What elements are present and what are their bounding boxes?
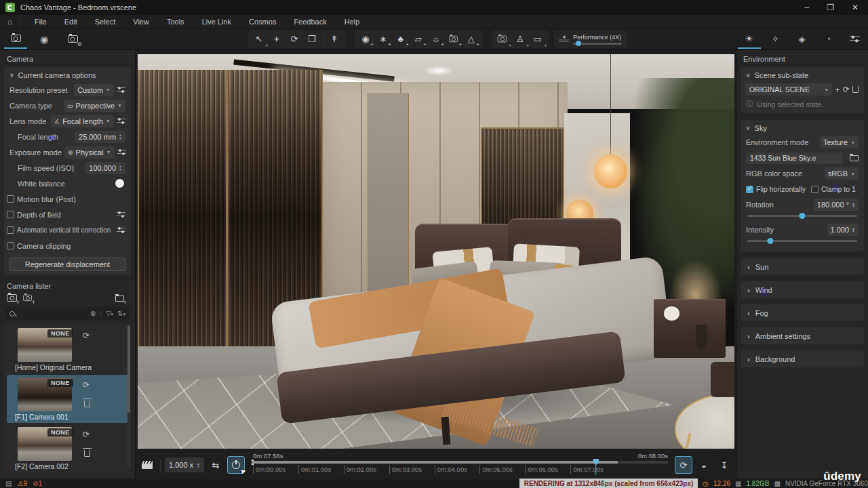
snapshot-button[interactable]: ▾ [494,32,511,47]
add-light-button[interactable]: ☼+ [428,32,444,47]
add-camera-button[interactable]: + [446,32,462,47]
menu-feedback[interactable]: Feedback [285,15,335,28]
material-preview-button[interactable]: ◒ [695,456,713,474]
camera-list-item-001[interactable]: NONE ⟳ [F1] Camera 001 [7,375,128,423]
scale-tool-button[interactable]: ❒ [304,32,320,47]
refresh-substate-icon[interactable]: ⟳ [843,85,850,94]
rgb-color-space-dropdown[interactable]: sRGB▼ [825,167,859,180]
auto-tilt-checkbox[interactable] [7,226,14,234]
camera-type-dropdown[interactable]: ▭Perspective▼ [64,100,125,112]
rotation-slider-knob[interactable] [800,213,806,219]
intensity-slider[interactable] [747,240,857,242]
scene-substate-header[interactable]: ∨ Scene sub-state [746,71,859,79]
tilt-settings-icon[interactable] [117,226,125,234]
environment-mode-dropdown[interactable]: Texture▼ [820,136,859,148]
exposure-mode-dropdown[interactable]: ⊛Physical▼ [64,146,114,159]
depth-of-field-checkbox[interactable] [7,211,14,218]
menu-edit[interactable]: Edit [56,15,86,28]
ambient-settings-section[interactable]: › Ambient settings [741,327,864,344]
stepper-arrows[interactable]: ▲▼ [852,202,855,208]
menu-view[interactable]: View [124,15,158,28]
sky-texture-chip[interactable]: 1433 Sun Blue Sky.e [746,152,843,164]
menu-file[interactable]: File [26,15,56,28]
menu-select[interactable]: Select [86,15,125,28]
exposure-settings-icon[interactable] [117,148,126,156]
sky-header[interactable]: ∨ Sky [746,124,859,132]
hotkey-badge[interactable]: NONE [47,329,73,338]
rotation-slider[interactable] [747,215,857,217]
refresh-thumbnail-icon[interactable]: ⟳ [83,331,90,340]
add-material-button[interactable]: ◉+ [357,32,374,47]
menu-live-link[interactable]: Live Link [193,15,240,28]
menu-help[interactable]: Help [336,15,369,28]
browse-texture-icon[interactable] [850,155,859,161]
background-section[interactable]: › Background [741,350,864,367]
render-viewport[interactable] [138,54,734,449]
intensity-input[interactable]: 1.000▲▼ [827,224,859,236]
clear-search-icon[interactable]: ⊗ [90,310,96,317]
delete-camera-icon[interactable] [84,401,90,407]
current-camera-options-header[interactable]: ∨ Current camera options [9,71,125,79]
filter-icon[interactable]: ▽▾ [106,310,113,317]
scrollbar-thumb[interactable] [127,325,130,413]
refresh-thumbnail-icon[interactable]: ⟳ [83,380,90,390]
errors-indicator[interactable]: ⊘1 [33,480,42,487]
hotkey-badge[interactable]: NONE [47,428,73,436]
tab-materials[interactable]: ◔ [817,30,840,49]
add-vegetation-button[interactable]: ♣+ [393,32,409,47]
motion-blur-checkbox[interactable] [7,195,14,203]
add-camera-button[interactable]: + [7,294,17,303]
add-folder-button[interactable]: + [115,295,124,303]
resolution-settings-icon[interactable] [117,86,125,94]
add-camera-from-view-button[interactable]: + [22,294,33,303]
stepper-arrows[interactable]: ▲▼ [119,165,122,171]
sun-section[interactable]: › Sun [741,258,864,275]
tab-render-settings[interactable]: ◉ [33,30,56,49]
pivot-tool-button[interactable]: ↟ [326,32,342,47]
tab-settings[interactable] [844,30,867,49]
menu-cosmos[interactable]: Cosmos [240,15,285,28]
fog-section[interactable]: › Fog [741,304,864,321]
warnings-indicator[interactable]: ⚠9 [17,480,27,487]
walk-mode-button[interactable]: ♙▾ [512,32,528,47]
performance-slider[interactable] [573,43,622,45]
delete-substate-icon[interactable] [852,86,859,93]
lens-settings-icon[interactable] [117,117,125,125]
film-speed-input[interactable]: 100.000▲▼ [85,162,125,174]
flip-horizontally-checkbox[interactable] [746,186,753,193]
sort-icon[interactable]: ⇅▾ [117,310,125,317]
camera-list-item-002[interactable]: NONE ⟳ [F2] Camera 002 [7,424,128,472]
add-scatter-button[interactable]: ∗+ [375,32,391,47]
turntable-mode-button[interactable]: ⟳ [675,456,692,474]
rotate-tool-button[interactable]: ⟳ [286,32,302,47]
select-tool-button[interactable]: ↖▾ [251,32,267,47]
hotkey-badge[interactable]: NONE [47,379,73,387]
resolution-preset-dropdown[interactable]: Custom▼ [74,84,114,96]
focal-length-input[interactable]: 25.000 mm▲▼ [75,131,125,143]
log-icon[interactable]: ▤ [5,480,12,487]
menu-tools[interactable]: Tools [158,15,193,28]
play-button[interactable]: ➤ [227,456,245,474]
tab-camera[interactable] [4,30,27,49]
delete-camera-icon[interactable] [84,450,90,457]
intensity-slider-knob[interactable] [768,238,774,244]
clamp-to-1-checkbox[interactable] [811,186,818,193]
loop-playback-button[interactable]: ⇆ [207,456,224,474]
add-substate-button[interactable]: + [835,85,840,95]
camera-clipping-checkbox[interactable] [7,242,14,249]
camera-list-item-home[interactable]: NONE ⟳ [Home] Original Camera [7,325,128,373]
stepper-arrows[interactable]: ▲▼ [119,134,122,140]
rotation-input[interactable]: 180.000 °▲▼ [814,199,859,211]
render-sequence-button[interactable] [138,456,156,474]
move-tool-button[interactable]: + [269,32,285,47]
wind-section[interactable]: › Wind [741,281,864,298]
add-terrain-button[interactable]: △+ [463,32,479,47]
stepper-arrows[interactable]: ▲▼ [197,462,200,468]
tab-environment[interactable]: ☀ [738,30,761,49]
export-scene-button[interactable]: ↧ [715,456,733,474]
tab-lights[interactable]: ✧ [764,30,787,49]
camera-list-scrollbar[interactable] [127,325,130,467]
refresh-thumbnail-icon[interactable]: ⟳ [83,430,90,439]
minimize-button[interactable]: – [804,3,809,12]
performance-slider-knob[interactable] [576,41,581,46]
